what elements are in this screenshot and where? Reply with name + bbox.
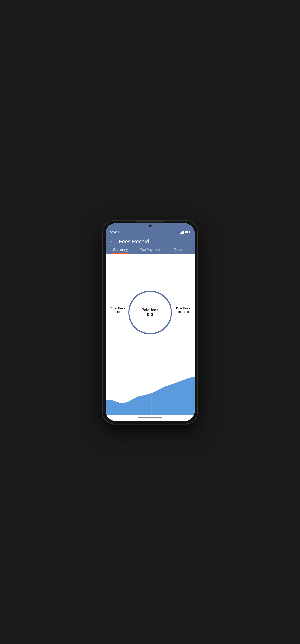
total-fees-title: Total Fees	[110, 306, 125, 310]
signal-icon	[180, 231, 184, 234]
tab-receipt[interactable]: Receipt	[165, 248, 195, 254]
total-fees-label: Total Fees 10000.0	[110, 306, 125, 314]
home-indicator	[106, 415, 195, 421]
phone-camera	[149, 224, 151, 227]
wifi-icon: ▾	[177, 230, 179, 234]
phone-screen: 5:52 ⚙ ▾ ← Fees Record	[106, 224, 195, 421]
circle-inner-content: Paid fees 0.0	[141, 308, 158, 318]
due-fees-label: Due Fees 10000.0	[176, 306, 190, 314]
app-header: ← Fees Record	[106, 236, 195, 245]
tab-summary[interactable]: Summary	[106, 248, 135, 254]
content-area: Total Fees 10000.0 Paid fees 0.0 Due Fee…	[106, 254, 195, 421]
gear-icon: ⚙	[118, 230, 121, 234]
status-icons: ▾	[177, 230, 190, 234]
wave-svg	[106, 366, 195, 415]
page-title: Fees Record	[119, 238, 150, 245]
due-fees-title: Due Fees	[176, 306, 190, 310]
tab-fee-payment[interactable]: Fee Payment	[135, 248, 165, 254]
paid-fees-circle: Paid fees 0.0	[128, 290, 172, 334]
due-fees-value: 10000.0	[176, 310, 190, 314]
time-display: 5:52	[110, 230, 117, 234]
battery-icon	[185, 231, 190, 234]
paid-fees-title: Paid fees	[141, 308, 158, 312]
total-fees-value: 10000.0	[110, 310, 125, 314]
phone-notch	[136, 220, 165, 222]
chart-section: Total Fees 10000.0 Paid fees 0.0 Due Fee…	[106, 254, 195, 366]
status-time-area: 5:52 ⚙	[110, 230, 121, 234]
wave-chart	[106, 366, 195, 415]
home-bar	[138, 418, 162, 418]
back-button[interactable]: ←	[110, 238, 115, 245]
phone-frame: 5:52 ⚙ ▾ ← Fees Record	[103, 220, 197, 424]
paid-fees-value: 0.0	[141, 312, 158, 318]
tab-bar: Summary Fee Payment Receipt	[106, 245, 195, 254]
